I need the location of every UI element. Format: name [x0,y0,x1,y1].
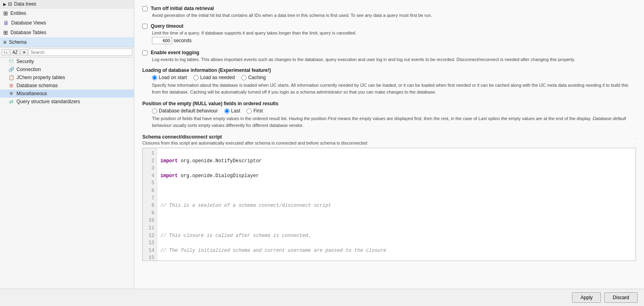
radio-load-as-needed-label: Load as needed [200,75,235,80]
radio-last[interactable]: Last [224,108,240,114]
schema-icon: ≡ [3,39,6,45]
apply-button[interactable]: Apply [572,292,601,303]
code-line-2: import org.openide.DialogDisplayer [160,172,632,180]
code-line-7: // The fully initialized schema and curr… [160,247,632,255]
timeout-unit: seconds [174,38,192,43]
content-panel: Turn off initial data retrieval Avoid ge… [134,0,644,289]
radio-load-as-needed[interactable]: Load as needed [193,75,235,80]
sidebar-item-schema[interactable]: ≡ Schema [0,37,134,47]
section-turn-off-header: Turn off initial data retrieval [142,6,636,11]
section-loading: Loading of database information (Experim… [142,67,636,95]
script-dot: . [635,134,636,140]
database-views-icon: 🖥 [3,20,9,26]
null-position-title: Position of the empty (NULL value) field… [142,101,279,106]
radio-load-on-start-label: Load on start [159,75,187,80]
database-tables-icon: ⊞ [3,29,8,36]
code-scroll[interactable]: 12345 678910 1112131415 16 import org.op… [143,148,636,261]
radio-first-label: First [253,108,263,114]
sidebar-item-database-schemas[interactable]: ⊞ Database schemas [0,82,134,90]
script-desc: Closures from this script are automatica… [142,141,636,145]
entities-label: Entities [10,10,26,16]
search-input[interactable] [29,49,132,56]
event-logging-checkbox[interactable] [142,50,148,55]
sidebar-item-security[interactable]: 🛡 Security [0,57,134,65]
jchem-label: JChem property tables [16,75,65,80]
event-logging-title: Enable event logging [151,50,199,55]
timeout-row: seconds [152,37,636,44]
radio-caching[interactable]: Caching [241,75,266,80]
radio-db-default-input[interactable] [152,108,157,114]
radio-caching-input[interactable] [241,75,246,80]
section-query-timeout-header: Query timeout [142,23,636,29]
null-radio-group: Database default behaviour Last First [152,108,636,114]
misc-icon: ✱ [8,91,14,96]
sidebar-item-database-views[interactable]: 🖥 Database Views [0,18,134,28]
sidebar-item-data-trees[interactable]: ▶ ⊟ Data trees [0,0,134,8]
loading-info: Specify how information about the databa… [152,82,636,95]
data-trees-label: Data trees [14,1,36,7]
section-turn-off: Turn off initial data retrieval Avoid ge… [142,6,636,18]
sidebar-item-connection[interactable]: 🔗 Connection [0,65,134,73]
entities-icon: ⊞ [3,10,8,16]
qss-icon: ⇄ [8,99,14,104]
connection-label: Connection [16,67,41,72]
expand-icon: ▶ [3,2,6,6]
sidebar-item-entities[interactable]: ⊞ Entities [0,8,134,18]
sidebar-toolbar: ↑↓ AZ ✕ [0,47,134,57]
section-null-header: Position of the empty (NULL value) field… [142,101,636,106]
code-line-3 [160,187,632,195]
section-null-position: Position of the empty (NULL value) field… [142,101,636,129]
connection-icon: 🔗 [8,67,14,72]
turn-off-title: Turn off initial data retrieval [151,6,214,11]
data-trees-icon: ⊟ [8,1,12,7]
security-label: Security [16,59,34,64]
misc-label: Miscellaneous [16,91,47,96]
section-loading-header: Loading of database information (Experim… [142,67,636,73]
radio-load-as-needed-input[interactable] [193,75,199,80]
query-timeout-desc: Limit the time of a query. If database s… [152,31,636,35]
code-line-1: import org.openide.NotifyDescriptor [160,157,632,165]
radio-db-default-label: Database default behaviour [159,108,218,114]
db-schemas-icon: ⊞ [8,83,14,88]
sidebar-item-database-tables[interactable]: ⊞ Database Tables [0,28,134,37]
database-views-label: Database Views [11,20,46,26]
section-event-logging-header: Enable event logging [142,50,636,55]
section-script: Schema connect/disconnect script . Closu… [142,134,636,261]
radio-first-input[interactable] [246,108,252,114]
query-timeout-checkbox[interactable] [142,24,148,29]
query-timeout-title: Query timeout [151,23,183,29]
sidebar-item-query-structure-standardizers[interactable]: ⇄ Query structure standardizers [0,98,134,106]
radio-db-default[interactable]: Database default behaviour [152,108,218,114]
code-editor[interactable]: 12345 678910 1112131415 16 import org.op… [142,148,636,261]
radio-caching-label: Caching [248,75,266,80]
section-query-timeout: Query timeout Limit the time of a query.… [142,23,636,44]
discard-button[interactable]: Discard [604,292,638,303]
section-event-logging: Enable event logging Log events to log t… [142,50,636,62]
loading-radio-group: Load on start Load as needed Caching [152,75,636,80]
radio-last-input[interactable] [224,108,230,114]
qss-label: Query structure standardizers [16,99,80,104]
turn-off-checkbox[interactable] [142,6,148,11]
radio-last-label: Last [231,108,240,114]
sort-asc-button[interactable]: ↑↓ [2,49,10,55]
line-numbers: 12345 678910 1112131415 16 [143,148,157,261]
clear-button[interactable]: ✕ [21,49,28,55]
script-title: Schema connect/disconnect script [142,134,222,140]
radio-load-on-start-input[interactable] [152,75,157,80]
sidebar-item-miscellaneous[interactable]: ✱ Miscellaneous [0,90,134,98]
loading-title: Loading of database information (Experim… [142,67,271,73]
code-content[interactable]: import org.openide.NotifyDescriptor impo… [157,148,636,261]
radio-first[interactable]: First [246,108,263,114]
schema-label: Schema [9,39,27,45]
sidebar: ▶ ⊟ Data trees ⊞ Entities 🖥 Database Vie… [0,0,134,289]
db-schemas-label: Database schemas [16,83,58,88]
radio-load-on-start[interactable]: Load on start [152,75,187,80]
timeout-input[interactable] [152,37,172,44]
sort-az-button[interactable]: AZ [10,49,20,55]
code-line-5 [160,217,632,224]
code-line-4: // This is a skeleton of a schema connec… [160,202,632,210]
turn-off-desc: Avoid generation of the initial hit list… [152,13,636,18]
event-logging-desc: Log events to log tables. This allows im… [152,57,636,62]
sidebar-item-jchem-property-tables[interactable]: 📋 JChem property tables [0,73,134,82]
database-tables-label: Database Tables [10,30,46,35]
